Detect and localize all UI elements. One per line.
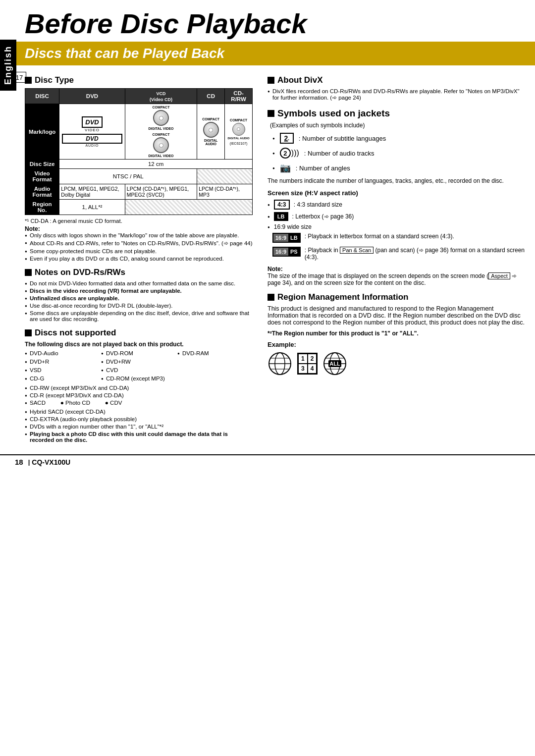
row-label-regionno: Region No.	[25, 200, 59, 215]
audio-symbol: 2 )))	[280, 148, 299, 159]
row-videoformat-na	[197, 169, 253, 184]
row-audio-cdcdrw: LPCM (CD-DA*¹), MP3	[197, 184, 253, 200]
disc-type-note-3: Some copy-protected music CDs are not pl…	[25, 248, 253, 254]
region-footnote: *²The Region number for this product is …	[268, 330, 525, 337]
row-dvd-logo: DVD VIDEO DVD AUDIO	[59, 104, 125, 160]
symbols-intro: (Examples of such symbols include)	[270, 122, 525, 129]
lb-desc: : Letterbox (➾ page 36)	[292, 213, 354, 220]
list-item: CVD	[101, 367, 176, 373]
note-title-disctype: Note:	[25, 225, 253, 232]
svg-text:ALL: ALL	[330, 361, 341, 367]
screen-size-43: ● 4:3 : 4:3 standard size	[268, 200, 525, 210]
ratio-43-desc: : 4:3 standard size	[294, 201, 342, 208]
169-ps-desc: : Playback in Pan & Scan (pan and scan) …	[305, 247, 525, 261]
bullet-dot: ●	[272, 136, 275, 141]
section-bullet-5	[268, 110, 274, 117]
table-header-dvd: DVD	[59, 89, 125, 104]
region-num-4: 4	[308, 364, 317, 374]
169-lb-row: 16:9 LB : Playback in letterbox format o…	[272, 233, 525, 243]
lb-box: LB	[274, 212, 288, 221]
symbol-1-desc: : Number of subtitle languages	[299, 135, 386, 142]
169-ps-combo: 16:9 PS	[272, 247, 301, 257]
discs-not-5: CD-EXTRA (audio-only playback possible)	[25, 416, 253, 422]
dvd-rw-note-4: Use disc-at-once recording for DVD-R DL …	[25, 303, 253, 309]
row-cd-logos: COMPACT DIGITAL AUDIO	[197, 104, 225, 160]
symbol-item-3: ● 📷 : Number of angles	[272, 162, 525, 173]
discs-not-row3: SACD ● Photo CD ● CDV	[25, 400, 253, 407]
globe-icon-2: ALL	[322, 351, 347, 376]
symbol-2-desc: : Number of audio tracks	[304, 150, 374, 157]
footer-model: CQ-VX100U	[32, 458, 70, 466]
dvd-rw-note-5: Some discs are unplayable depending on t…	[25, 310, 253, 322]
row-label-audioformat: AudioFormat	[25, 184, 59, 200]
subtitle-bar: Discs that can be Played Back	[0, 42, 535, 65]
table-row-discsize: Disc Size 12 cm	[25, 160, 253, 169]
example-icons: 1 2 3 4 ALL	[268, 351, 525, 376]
table-header-vcd: VCD(Video CD)	[125, 89, 197, 104]
bullet-dot-2: ●	[272, 151, 275, 156]
row-videoformat-value: NTSC / PAL	[59, 169, 197, 184]
region-number-grid: 1 2 3 4	[297, 353, 318, 375]
right-column: About DivX DivX files recorded on CD-Rs/…	[263, 70, 525, 444]
list-item: CD-G	[25, 376, 100, 381]
screen-size-lb: ● LB : Letterbox (➾ page 36)	[268, 212, 525, 221]
page-header: Before Disc Playback	[0, 0, 535, 42]
discs-not-6: DVDs with a region number other than "1"…	[25, 424, 253, 430]
region-mgmt-text: This product is designed and manufacture…	[268, 305, 525, 326]
footnote-cdda: *¹ CD-DA : A general music CD format.	[25, 218, 253, 224]
main-content: Disc Type DISC DVD VCD(Video CD) CD CD-R…	[0, 65, 535, 449]
169-ps-row: 16:9 PS : Playback in Pan & Scan (pan an…	[272, 247, 525, 261]
row-audio-vcd: LPCM (CD-DA*¹), MPEG1, MPEG2 (SVCD)	[125, 184, 197, 200]
dvd-rw-note-3: Unfinalized discs are unplayable.	[25, 295, 253, 301]
table-row-videoformat: VideoFormat NTSC / PAL	[25, 169, 253, 184]
screen-size-169: ● 16:9 wide size	[268, 223, 525, 230]
aspect-box[interactable]: Aspect	[488, 272, 510, 279]
language-tab: English	[0, 40, 16, 91]
list-item: DVD+R	[25, 359, 100, 365]
section-bullet-6	[268, 294, 274, 301]
region-mgmt-section-title: Region Management Information	[268, 292, 525, 302]
pan-scan-box: Pan & Scan	[340, 247, 374, 254]
screen-size-note-text: The size of the image that is displayed …	[268, 272, 525, 286]
discs-not-7: Playing back a photo CD disc with this u…	[25, 431, 253, 443]
row-cdrw-logos: COMPACT DIGITAL AUDIO (IEC62107)	[225, 104, 253, 160]
globe-icon-1	[268, 351, 292, 376]
dvd-rws-section-title: Notes on DVD-Rs/RWs	[25, 268, 253, 277]
left-column: Disc Type DISC DVD VCD(Video CD) CD CD-R…	[25, 70, 253, 444]
section-bullet-2	[25, 269, 32, 276]
table-header-disc: DISC	[25, 89, 59, 104]
disc-type-note-4: Even if you play a dts DVD or a dts CD, …	[25, 256, 253, 262]
discs-not-1: CD-RW (except MP3/DivX and CD-DA)	[25, 385, 253, 391]
symbol-item-1: ● 2 . : Number of subtitle languages	[272, 133, 525, 144]
dvd-rw-note-2: Discs in the video recording (VR) format…	[25, 288, 253, 294]
row-label-videoformat: VideoFormat	[25, 169, 59, 184]
region-num-1: 1	[298, 354, 308, 364]
row-audio-dvd: LPCM, MPEG1, MPEG2, Dolby Digital	[59, 184, 125, 200]
section-bullet-4	[268, 77, 274, 84]
discs-not-4: Hybrid SACD (except CD-DA)	[25, 409, 253, 415]
page-title: Before Disc Playback	[0, 0, 535, 42]
table-row-regionno: Region No. 1, ALL*²	[25, 200, 253, 215]
disc-type-table: DISC DVD VCD(Video CD) CD CD-R/RW Mark/l…	[25, 88, 253, 215]
169-lb-combo: 16:9 LB	[272, 233, 301, 243]
list-item: VSD	[25, 367, 100, 373]
disc-type-note-1: Only discs with logos shown in the "Mark…	[25, 232, 253, 238]
list-item: CD-ROM (except MP3)	[101, 376, 176, 381]
dvd-rw-note-1: Do not mix DVD-Video formatted data and …	[25, 280, 253, 286]
screen-size-title: Screen size (H:V aspect ratio)	[268, 189, 525, 197]
ratio-43-box: 4:3	[274, 200, 290, 210]
footer-bar: 18 | CQ-VX100U	[0, 454, 535, 469]
region-num-2: 2	[308, 354, 317, 364]
row-discsize-value: 12 cm	[59, 160, 253, 169]
symbol-item-2: ● 2 ))) : Number of audio tracks	[272, 148, 525, 159]
symbols-footer-text: The numbers indicate the number of langu…	[268, 177, 525, 184]
example-label: Example:	[268, 341, 525, 348]
bullet-dot-3: ●	[272, 166, 275, 170]
row-vcd-logos: COMPACT DIGITAL VIDEO COMPACT DIGITAL VI…	[125, 104, 197, 160]
about-divx-section-title: About DivX	[268, 75, 525, 85]
row-label-marklogo: Mark/logo	[25, 104, 59, 160]
disc-type-section-title: Disc Type	[25, 75, 253, 85]
list-item: DVD-ROM	[101, 350, 176, 356]
angle-symbol: 📷	[280, 162, 291, 173]
disc-type-note-2: About CD-Rs and CD-RWs, refer to "Notes …	[25, 240, 253, 247]
